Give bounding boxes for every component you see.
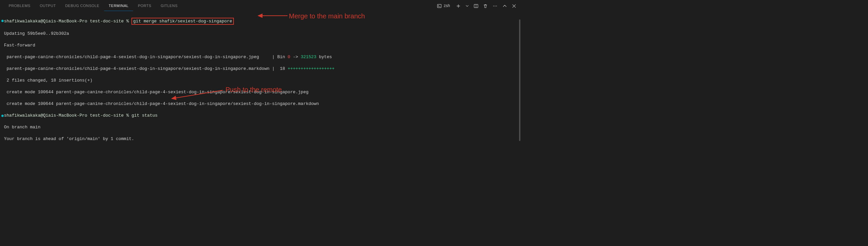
tab-ports[interactable]: PORTS bbox=[133, 1, 156, 11]
tab-output[interactable]: OUTPUT bbox=[35, 1, 60, 11]
tab-gitlens[interactable]: GITLENS bbox=[156, 1, 183, 11]
new-terminal-button[interactable] bbox=[456, 4, 461, 8]
svg-rect-0 bbox=[438, 4, 441, 8]
svg-point-4 bbox=[496, 5, 497, 6]
scrollbar[interactable] bbox=[519, 19, 520, 141]
panel-tabs: PROBLEMS OUTPUT DEBUG CONSOLE TERMINAL P… bbox=[4, 1, 182, 11]
output-line: 2 files changed, 18 insertions(+) bbox=[1, 78, 517, 84]
output-line: create mode 100644 parent-page-canine-ch… bbox=[1, 89, 517, 95]
cmd-git-merge-boxed: git merge shafik/sexiest-dog-singapore bbox=[131, 18, 234, 25]
panel-toolbar: zsh bbox=[436, 2, 517, 9]
chevron-up-icon[interactable] bbox=[502, 4, 507, 8]
more-actions-button[interactable] bbox=[492, 4, 498, 8]
prompt-line: shafikwalakaka@Qiais-MacBook-Pro test-do… bbox=[1, 113, 517, 119]
output-line: Updating 59b5ee0..92b302a bbox=[1, 31, 517, 37]
svg-point-2 bbox=[493, 5, 494, 6]
output-line: On branch main bbox=[1, 124, 517, 130]
output-line: parent-page-canine-chronicles/child-page… bbox=[1, 54, 517, 60]
chevron-down-icon[interactable] bbox=[465, 4, 469, 8]
split-terminal-button[interactable] bbox=[474, 4, 478, 8]
terminal-shell-selector[interactable]: zsh bbox=[436, 2, 451, 9]
close-panel-button[interactable] bbox=[512, 4, 517, 8]
output-line: create mode 100644 parent-page-canine-ch… bbox=[1, 101, 517, 107]
tab-debug-console[interactable]: DEBUG CONSOLE bbox=[60, 1, 104, 11]
terminal-output[interactable]: shafikwalakaka@Qiais-MacBook-Pro test-do… bbox=[0, 12, 520, 148]
tab-terminal[interactable]: TERMINAL bbox=[104, 1, 133, 11]
output-line: Fast-forward bbox=[1, 43, 517, 49]
tab-problems[interactable]: PROBLEMS bbox=[4, 1, 35, 11]
svg-point-3 bbox=[495, 5, 495, 6]
panel-tabbar: PROBLEMS OUTPUT DEBUG CONSOLE TERMINAL P… bbox=[0, 0, 520, 12]
prompt-line: shafikwalakaka@Qiais-MacBook-Pro test-do… bbox=[1, 18, 517, 25]
terminal-icon bbox=[437, 4, 442, 8]
output-line: parent-page-canine-chronicles/child-page… bbox=[1, 66, 517, 72]
output-line: Your branch is ahead of 'origin/main' by… bbox=[1, 136, 517, 142]
terminal-shell-name: zsh bbox=[444, 3, 450, 8]
kill-terminal-button[interactable] bbox=[483, 4, 488, 8]
